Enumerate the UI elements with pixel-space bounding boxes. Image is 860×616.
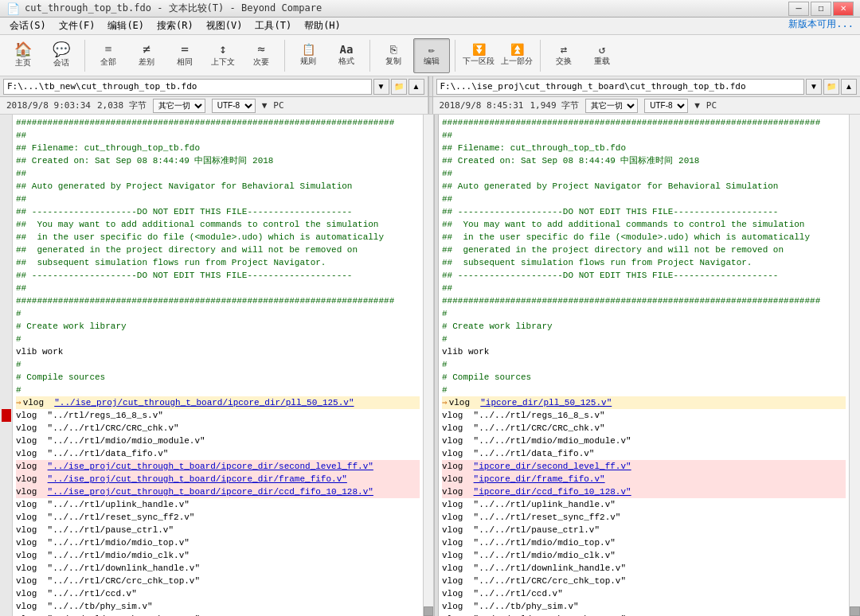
file-info-bars: 2018/9/8 9:03:34 2,038 字节 其它一切 UTF-8 ▼ P… [0, 97, 860, 115]
left-folder-up-button[interactable]: ▲ [408, 79, 424, 95]
left-date: 2018/9/8 9:03:34 [6, 100, 91, 111]
toolbar-context-button[interactable]: ↕ 上下文 [205, 38, 241, 73]
right-code-pane[interactable]: ########################################… [439, 115, 849, 616]
right-scrollbar-thumb[interactable] [850, 606, 860, 616]
toolbar-session-button[interactable]: 💬 会话 [43, 38, 80, 73]
left-code-content: ########################################… [13, 115, 423, 616]
window-title: cut_through_top_tb.fdo - 文本比较(T) - Beyon… [25, 2, 788, 15]
menu-search[interactable]: 搜索(R) [150, 18, 200, 34]
prev-section-label: 上一部分 [501, 56, 533, 67]
toolbar: 🏠 主页 💬 会话 ≡ 全部 ≠ 差别 = 相同 ↕ 上下文 ≈ 次要 📋 规则… [0, 35, 860, 76]
swap-label: 交换 [556, 56, 572, 67]
diff-icon: ≠ [143, 43, 150, 56]
right-lineending: ▼ [694, 100, 700, 111]
right-encoding-select[interactable]: UTF-8 [644, 99, 688, 113]
toolbar-prev-section-button[interactable]: ⏫ 上一部分 [498, 38, 535, 73]
minimize-button[interactable]: ─ [788, 2, 809, 16]
session-label: 会话 [53, 57, 69, 68]
toolbar-separator-1 [84, 40, 85, 72]
maximize-button[interactable]: □ [811, 2, 831, 16]
right-file-info-bar: 2018/9/8 8:45:31 1,949 字节 其它一切 UTF-8 ▼ P… [433, 97, 861, 114]
toolbar-minor-button[interactable]: ≈ 次要 [243, 38, 280, 73]
toolbar-edit-button[interactable]: ✏️ 编辑 [413, 38, 450, 73]
toolbar-separator-5 [540, 40, 541, 72]
title-bar: 📄 cut_through_top_tb.fdo - 文本比较(T) - Bey… [0, 0, 860, 18]
left-gutter [0, 115, 13, 616]
menu-edit[interactable]: 编辑(E) [101, 18, 150, 34]
left-encoding-select[interactable]: UTF-8 [212, 99, 256, 113]
all-icon: ≡ [104, 43, 111, 56]
next-section-icon: ⏬ [472, 44, 486, 55]
left-file-path-bar: ▼ 📁 ▲ [0, 76, 428, 96]
toolbar-separator-2 [284, 40, 285, 72]
toolbar-reload-button[interactable]: ↺ 重载 [584, 38, 620, 73]
right-size: 1,949 字节 [530, 99, 579, 111]
left-folder-button[interactable]: 📁 [391, 79, 407, 95]
toolbar-rules-button[interactable]: 📋 规则 [290, 38, 326, 73]
new-version-notice[interactable]: 新版本可用... [788, 18, 854, 31]
toolbar-format-button[interactable]: Aa 格式 [328, 38, 365, 73]
right-folder-up-button[interactable]: ▲ [841, 79, 857, 95]
rules-label: 规则 [300, 56, 316, 67]
right-path-dropdown-button[interactable]: ▼ [806, 79, 822, 95]
same-icon: = [181, 43, 189, 56]
left-scrollbar-thumb[interactable] [424, 606, 433, 616]
left-pc: PC [273, 100, 283, 111]
home-icon: 🏠 [14, 42, 32, 57]
toolbar-home-button[interactable]: 🏠 主页 [5, 38, 41, 73]
toolbar-swap-button[interactable]: ⇄ 交换 [545, 38, 582, 73]
right-path-input[interactable] [436, 79, 805, 95]
diff-label: 差别 [139, 57, 154, 68]
toolbar-diff-button[interactable]: ≠ 差别 [128, 38, 165, 73]
all-label: 全部 [100, 57, 116, 68]
app-icon: 📄 [6, 2, 20, 15]
toolbar-same-button[interactable]: = 相同 [166, 38, 203, 73]
swap-icon: ⇄ [561, 44, 567, 55]
copy-icon: ⎘ [390, 44, 397, 55]
right-file-path-bar: ▼ 📁 ▲ [433, 76, 861, 96]
window-controls: ─ □ ✕ [788, 2, 854, 16]
right-date: 2018/9/8 8:45:31 [440, 100, 524, 111]
rules-icon: 📋 [302, 44, 315, 55]
toolbar-separator-3 [369, 40, 370, 72]
toolbar-all-button[interactable]: ≡ 全部 [90, 38, 127, 73]
menu-view[interactable]: 视图(V) [200, 18, 249, 34]
reload-label: 重载 [594, 56, 610, 67]
right-other-select[interactable]: 其它一切 [585, 99, 638, 113]
menu-session[interactable]: 会话(S) [3, 18, 53, 34]
left-code-pane[interactable]: ########################################… [13, 115, 423, 616]
left-size: 2,038 字节 [97, 99, 147, 111]
right-pc: PC [706, 100, 717, 111]
left-path-input[interactable] [3, 79, 372, 95]
right-scrollbar[interactable] [849, 115, 860, 616]
format-label: 格式 [338, 56, 354, 67]
left-scrollbar[interactable] [423, 115, 434, 616]
minor-label: 次要 [253, 57, 269, 68]
session-icon: 💬 [53, 42, 70, 57]
same-label: 相同 [177, 57, 193, 68]
edit-label: 编辑 [424, 56, 440, 67]
prev-section-icon: ⏫ [510, 44, 524, 55]
toolbar-next-section-button[interactable]: ⏬ 下一区段 [460, 38, 497, 73]
left-file-info-bar: 2018/9/8 9:03:34 2,038 字节 其它一切 UTF-8 ▼ P… [0, 97, 428, 114]
left-path-dropdown-button[interactable]: ▼ [373, 79, 389, 95]
file-path-bars: ▼ 📁 ▲ ▼ 📁 ▲ [0, 76, 860, 97]
context-label: 上下文 [211, 57, 235, 68]
toolbar-copy-button[interactable]: ⎘ 复制 [375, 38, 412, 73]
left-other-select[interactable]: 其它一切 [153, 99, 205, 113]
toolbar-separator-4 [455, 40, 455, 72]
menu-tools[interactable]: 工具(T) [248, 18, 298, 34]
menu-help[interactable]: 帮助(H) [298, 18, 347, 34]
home-label: 主页 [15, 57, 31, 68]
right-folder-button[interactable]: 📁 [823, 79, 839, 95]
copy-label: 复制 [385, 56, 401, 67]
format-icon: Aa [340, 44, 354, 55]
reload-icon: ↺ [599, 44, 605, 55]
menu-file[interactable]: 文件(F) [53, 18, 102, 34]
left-lineending: ▼ [262, 100, 268, 111]
minor-icon: ≈ [257, 43, 265, 56]
close-button[interactable]: ✕ [833, 2, 854, 16]
next-section-label: 下一区段 [463, 56, 494, 67]
context-icon: ↕ [219, 43, 227, 56]
menu-bar: 会话(S) 文件(F) 编辑(E) 搜索(R) 视图(V) 工具(T) 帮助(H… [0, 18, 860, 35]
